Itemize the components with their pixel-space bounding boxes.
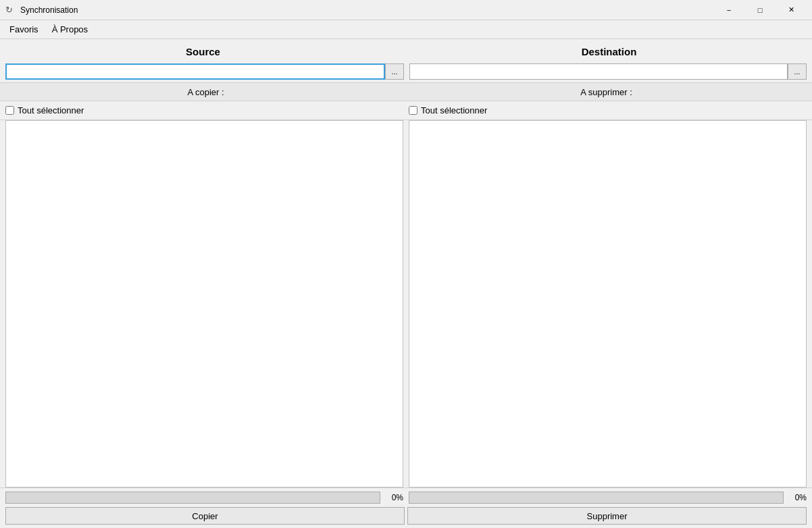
title-bar-left: ↻ Synchronisation	[5, 5, 78, 16]
source-header: Source	[0, 46, 406, 57]
source-list-panel[interactable]	[5, 120, 403, 487]
destination-info-label: A supprimer :	[406, 87, 807, 97]
destination-progress-area: 0%	[409, 492, 807, 504]
destination-select-all-area: Tout sélectionner	[403, 105, 807, 115]
maximize-button[interactable]: □	[744, 0, 776, 20]
source-info-label: A copier :	[5, 87, 406, 97]
destination-progress-bar	[409, 492, 784, 504]
destination-path-input[interactable]	[409, 63, 788, 80]
destination-select-all-checkbox[interactable]	[409, 106, 417, 115]
source-progress-bar	[5, 492, 380, 504]
delete-button[interactable]: Supprimer	[407, 507, 807, 525]
lists-row	[0, 120, 812, 487]
destination-list-panel[interactable]	[409, 120, 807, 487]
checkbox-row: Tout sélectionner Tout sélectionner	[0, 101, 812, 120]
destination-select-all-label: Tout sélectionner	[421, 105, 487, 115]
progress-row: 0% 0%	[0, 487, 812, 506]
app-title: Synchronisation	[20, 5, 78, 15]
menu-bar: Favoris À Propos	[0, 20, 812, 39]
source-progress-label: 0%	[383, 493, 403, 502]
source-select-all-checkbox[interactable]	[5, 106, 14, 115]
destination-header: Destination	[406, 46, 812, 57]
button-row: Copier Supprimer	[0, 506, 812, 528]
destination-browse-button[interactable]: ...	[788, 63, 807, 80]
close-button[interactable]: ✕	[776, 0, 807, 20]
menu-favoris[interactable]: Favoris	[3, 22, 45, 37]
app-icon: ↻	[5, 5, 16, 16]
window-controls: − □ ✕	[713, 0, 807, 20]
source-path-input[interactable]	[5, 63, 385, 80]
source-select-all-label: Tout sélectionner	[18, 105, 84, 115]
copy-button[interactable]: Copier	[5, 507, 405, 525]
menu-apropos[interactable]: À Propos	[45, 22, 95, 37]
source-select-all-area: Tout sélectionner	[5, 105, 403, 115]
destination-progress-label: 0%	[786, 493, 807, 502]
minimize-button[interactable]: −	[713, 0, 744, 20]
column-headers: Source Destination	[0, 39, 812, 63]
main-content: Source Destination ... ... A copier : A …	[0, 39, 812, 528]
info-row: A copier : A supprimer :	[0, 82, 812, 101]
path-row: ... ...	[0, 63, 812, 82]
source-progress-area: 0%	[5, 492, 403, 504]
title-bar: ↻ Synchronisation − □ ✕	[0, 0, 812, 20]
source-browse-button[interactable]: ...	[385, 63, 404, 80]
